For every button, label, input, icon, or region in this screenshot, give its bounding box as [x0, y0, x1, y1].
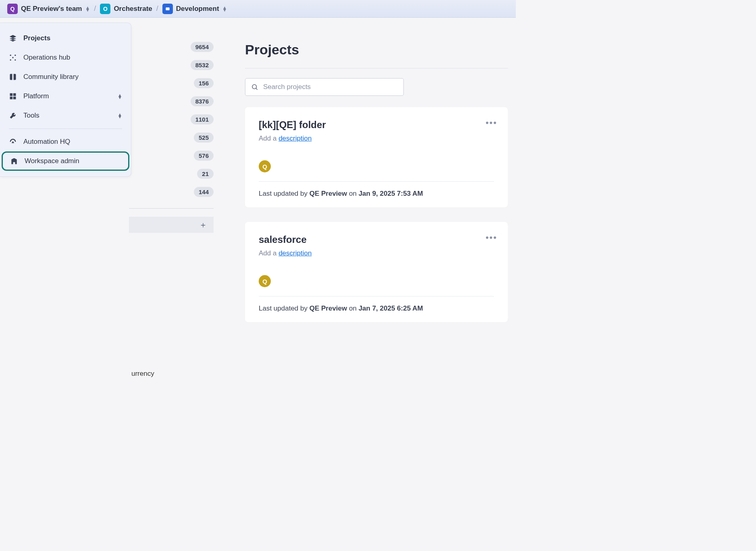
project-description: Add a description: [259, 135, 494, 143]
sidebar-divider: [9, 128, 122, 129]
breadcrumb-app[interactable]: O Orchestrate: [100, 4, 152, 14]
plus-icon: ＋: [199, 220, 207, 230]
meta-date: Jan 9, 2025 7:53 AM: [359, 190, 423, 197]
count-badge: 576: [194, 151, 214, 161]
sidebar-item-label: Community library: [23, 73, 79, 81]
chevron-updown-icon: ▲▼: [118, 94, 122, 99]
page-title: Projects: [245, 42, 508, 58]
sidebar-nav: Projects Operations hub Community librar…: [0, 23, 131, 177]
sidebar-item-label: Operations hub: [23, 54, 70, 62]
more-actions-button[interactable]: •••: [486, 232, 497, 243]
breadcrumb-separator: /: [156, 4, 158, 13]
meta-on: on: [347, 304, 358, 312]
svg-point-10: [252, 85, 257, 89]
svg-rect-0: [166, 7, 169, 10]
meta-date: Jan 7, 2025 6:25 AM: [359, 304, 423, 312]
avatar: Q: [259, 160, 271, 172]
search-icon: [251, 83, 258, 91]
sidebar-item-automation-hq[interactable]: Automation HQ: [0, 132, 131, 151]
project-title: salesforce: [259, 234, 494, 245]
breadcrumb-team-label: QE Preview's team: [21, 5, 82, 13]
count-badge: 144: [194, 187, 214, 197]
chevron-updown-icon: ▲▼: [118, 113, 122, 118]
count-badge-column: 9654 8532 156 8376 1101 525 576 21 144 ＋: [131, 18, 218, 378]
project-card[interactable]: ••• salesforce Add a description Q Last …: [245, 222, 508, 322]
sidebar-item-label: Projects: [23, 34, 50, 42]
breadcrumb-team[interactable]: Q QE Preview's team ▲▼: [7, 4, 90, 14]
sidebar-item-workspace-admin[interactable]: Workspace admin: [2, 151, 129, 171]
project-meta: Last updated by QE Preview on Jan 7, 202…: [259, 304, 494, 313]
desc-prefix: Add a: [259, 135, 278, 142]
sidebar-item-label: Tools: [23, 112, 39, 120]
project-card[interactable]: ••• [kk][QE] folder Add a description Q …: [245, 107, 508, 207]
sidebar-item-platform[interactable]: Platform ▲▼: [0, 87, 131, 106]
count-badge: 525: [194, 133, 214, 143]
search-placeholder: Search projects: [263, 83, 311, 91]
svg-rect-6: [10, 93, 13, 96]
meta-prefix: Last updated by: [259, 304, 309, 312]
gauge-icon: [9, 138, 17, 146]
wrench-icon: [9, 112, 17, 120]
hub-icon: [9, 54, 17, 62]
svg-rect-7: [13, 93, 16, 96]
sidebar-item-operations-hub[interactable]: Operations hub: [0, 48, 131, 67]
divider: [129, 208, 214, 209]
book-icon: [9, 73, 17, 81]
layers-icon: [9, 34, 17, 42]
meta-prefix: Last updated by: [259, 190, 309, 197]
svg-rect-8: [10, 97, 13, 99]
sidebar-item-label: Platform: [23, 92, 49, 100]
sidebar-item-label: Workspace admin: [25, 157, 79, 165]
avatar: Q: [259, 275, 271, 287]
breadcrumb-separator: /: [94, 4, 96, 13]
count-badge: 21: [197, 169, 214, 179]
breadcrumb: Q QE Preview's team ▲▼ / O Orchestrate /…: [0, 0, 516, 18]
count-badge: 1101: [191, 114, 214, 124]
project-title: [kk][QE] folder: [259, 119, 494, 130]
breadcrumb-env-label: Development: [176, 5, 219, 13]
search-input[interactable]: Search projects: [245, 78, 404, 96]
desc-prefix: Add a: [259, 249, 278, 257]
breadcrumb-app-label: Orchestrate: [114, 5, 152, 13]
more-actions-button[interactable]: •••: [486, 118, 497, 128]
count-badge: 156: [194, 78, 214, 88]
divider: [259, 296, 494, 296]
svg-point-3: [15, 55, 16, 56]
svg-point-5: [15, 59, 16, 60]
project-description: Add a description: [259, 249, 494, 257]
count-badge: 8532: [191, 60, 214, 70]
env-avatar-icon: [162, 4, 173, 14]
count-badge: 9654: [191, 42, 214, 52]
app-avatar-icon: O: [100, 4, 110, 14]
svg-point-2: [10, 55, 11, 56]
team-avatar-icon: Q: [7, 4, 18, 14]
chevron-updown-icon: ▲▼: [222, 6, 227, 11]
breadcrumb-env[interactable]: Development ▲▼: [162, 4, 227, 14]
add-description-link[interactable]: description: [278, 249, 312, 257]
meta-user: QE Preview: [309, 190, 347, 197]
divider: [259, 181, 494, 182]
meta-user: QE Preview: [309, 304, 347, 312]
building-icon: [10, 157, 18, 165]
sidebar-item-projects[interactable]: Projects: [0, 29, 131, 48]
sidebar-item-label: Automation HQ: [23, 138, 70, 146]
meta-on: on: [347, 190, 358, 197]
svg-point-4: [10, 59, 11, 60]
count-badge: 8376: [191, 96, 214, 106]
add-row-button[interactable]: ＋: [129, 217, 214, 233]
main-content: Projects Search projects ••• [kk][QE] fo…: [230, 18, 516, 378]
divider: [245, 68, 508, 68]
grid-icon: [9, 92, 17, 100]
project-meta: Last updated by QE Preview on Jan 9, 202…: [259, 190, 494, 198]
svg-point-1: [12, 57, 13, 58]
truncated-text: urrency: [131, 370, 154, 378]
sidebar-item-community-library[interactable]: Community library: [0, 67, 131, 87]
sidebar-item-tools[interactable]: Tools ▲▼: [0, 106, 131, 125]
svg-rect-9: [13, 97, 16, 99]
add-description-link[interactable]: description: [278, 135, 312, 142]
chevron-updown-icon: ▲▼: [85, 6, 90, 11]
